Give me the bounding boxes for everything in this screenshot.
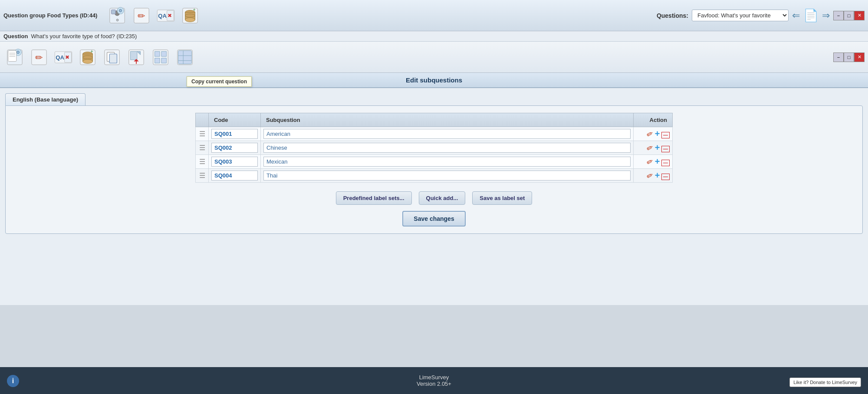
settings-question-button[interactable]: ⚙	[3, 46, 26, 69]
code-cell-2	[209, 155, 261, 169]
question-window-controls: − □ ✕	[833, 53, 865, 62]
window-controls-group: − □ ✕	[833, 11, 865, 20]
drag-handle-2[interactable]: ☰	[196, 155, 209, 169]
page-icon: 📄	[803, 8, 819, 23]
code-col-header: Code	[209, 113, 261, 127]
save-as-label-set-button[interactable]: Save as label set	[472, 191, 532, 205]
plus-icon-3[interactable]: +	[655, 171, 660, 181]
footer-app-name: LimeSurvey	[7, 374, 861, 381]
plus-icon-1[interactable]: +	[655, 143, 660, 153]
svg-point-15	[185, 17, 195, 22]
minus-icon-1[interactable]: —	[661, 146, 670, 152]
drag-col-header	[196, 113, 209, 127]
subquestion-col-header: Subquestion	[261, 113, 634, 127]
code-input-0[interactable]	[211, 129, 258, 139]
minus-icon-2[interactable]: —	[661, 160, 670, 166]
quick-add-button[interactable]: Quick add...	[419, 191, 466, 205]
export-question-button[interactable]	[125, 46, 148, 69]
svg-rect-49	[161, 58, 166, 62]
pencil-icon-1[interactable]: ✏	[645, 142, 655, 154]
action-cell-1: ✏ + —	[634, 141, 673, 155]
table-row: ☰ ✏ + —	[196, 169, 673, 183]
save-changes-button[interactable]: Save changes	[402, 211, 465, 227]
code-cell-0	[209, 127, 261, 141]
bottom-buttons: Predefined label sets... Quick add... Sa…	[13, 191, 855, 205]
subquestion-input-2[interactable]	[263, 157, 631, 167]
code-input-2[interactable]	[211, 157, 258, 167]
copy-question-tooltip: Copy current question	[187, 76, 252, 87]
question-toolbar: ⚙ ✏ QA ✖ +	[0, 42, 868, 73]
copy-question-button[interactable]	[101, 46, 123, 69]
grid1-button[interactable]	[149, 46, 172, 69]
svg-text:✏: ✏	[138, 10, 145, 20]
subquestion-input-1[interactable]	[263, 143, 631, 153]
plus-icon-2[interactable]: +	[655, 157, 660, 167]
qa-group-button[interactable]: QA ✖	[155, 4, 177, 27]
close-button[interactable]: ✕	[854, 11, 865, 20]
subquestion-container: Code Subquestion Action ☰ ✏	[5, 105, 863, 234]
pencil-icon-3[interactable]: ✏	[645, 170, 655, 182]
svg-text:✖: ✖	[168, 12, 172, 18]
svg-rect-39	[109, 54, 117, 63]
new-group-button[interactable]: ⚙ ⚙	[106, 4, 128, 27]
next-arrow[interactable]: ⇒	[822, 10, 830, 21]
svg-text:⚙: ⚙	[16, 50, 20, 55]
subquestion-cell-1	[261, 141, 634, 155]
svg-text:✖: ✖	[65, 54, 69, 60]
svg-rect-21	[8, 50, 16, 61]
q-restore-button[interactable]: □	[844, 53, 854, 62]
subquestion-input-3[interactable]	[263, 171, 631, 181]
qa-question-button[interactable]: QA ✖	[52, 46, 75, 69]
svg-text:✏: ✏	[35, 52, 43, 62]
code-cell-1	[209, 141, 261, 155]
plus-icon-0[interactable]: +	[655, 129, 660, 139]
svg-text:+: +	[90, 49, 93, 54]
english-tab[interactable]: English (Base language)	[5, 93, 85, 105]
q-close-button[interactable]: ✕	[854, 53, 865, 62]
table-header-row: Code Subquestion Action	[196, 113, 673, 127]
table-row: ☰ ✏ + —	[196, 155, 673, 169]
restore-button[interactable]: □	[844, 11, 854, 20]
drag-handle-0[interactable]: ☰	[196, 127, 209, 141]
action-cell-3: ✏ + —	[634, 169, 673, 183]
minus-icon-0[interactable]: —	[661, 132, 670, 138]
db-question-button[interactable]: +	[76, 46, 99, 69]
save-changes-row: Save changes	[13, 211, 855, 227]
minus-icon-3[interactable]: —	[661, 174, 670, 180]
drag-handle-3[interactable]: ☰	[196, 169, 209, 183]
svg-rect-51	[178, 50, 192, 64]
donate-button[interactable]: Like it? Donate to LimeSurvey	[789, 378, 861, 387]
action-cell-0: ✏ + —	[634, 127, 673, 141]
footer-version: Version 2.05+	[7, 381, 861, 387]
edit-question-button[interactable]: ✏	[28, 46, 50, 69]
drag-handle-1[interactable]: ☰	[196, 141, 209, 155]
subquestion-table: Code Subquestion Action ☰ ✏	[195, 113, 673, 183]
info-icon[interactable]: i	[7, 375, 19, 387]
pencil-icon-2[interactable]: ✏	[645, 156, 655, 168]
question-text: What's your favorite type of food? (ID:2…	[31, 33, 137, 39]
edit-subquestions-button[interactable]	[174, 46, 196, 69]
edit-group-button[interactable]: ✏	[130, 4, 153, 27]
q-minimize-button[interactable]: −	[833, 53, 844, 62]
code-cell-3	[209, 169, 261, 183]
svg-rect-2	[112, 10, 116, 14]
group-label: Question group Food Types (ID:44)	[3, 12, 97, 19]
predefined-label-sets-button[interactable]: Predefined label sets...	[336, 191, 412, 205]
svg-rect-47	[161, 51, 166, 56]
code-input-1[interactable]	[211, 143, 258, 153]
action-col-header: Action	[634, 113, 673, 127]
prev-arrow[interactable]: ⇐	[792, 10, 800, 21]
code-input-3[interactable]	[211, 171, 258, 181]
svg-text:+: +	[193, 7, 196, 12]
question-label-row: Question What's your favorite type of fo…	[0, 31, 868, 42]
main-content: English (Base language) Code Subquestion…	[0, 88, 868, 305]
pencil-icon-0[interactable]: ✏	[645, 128, 655, 140]
questions-dropdown[interactable]: Favfood: What's your favorite	[692, 10, 789, 21]
minimize-button[interactable]: −	[833, 11, 844, 20]
question-label: Question	[3, 33, 28, 39]
subquestion-cell-3	[261, 169, 634, 183]
subquestion-cell-2	[261, 155, 634, 169]
subquestion-input-0[interactable]	[263, 129, 631, 139]
edit-subquestions-header: Copy current question Edit subquestions	[0, 73, 868, 88]
db-group-button[interactable]: +	[179, 4, 201, 27]
